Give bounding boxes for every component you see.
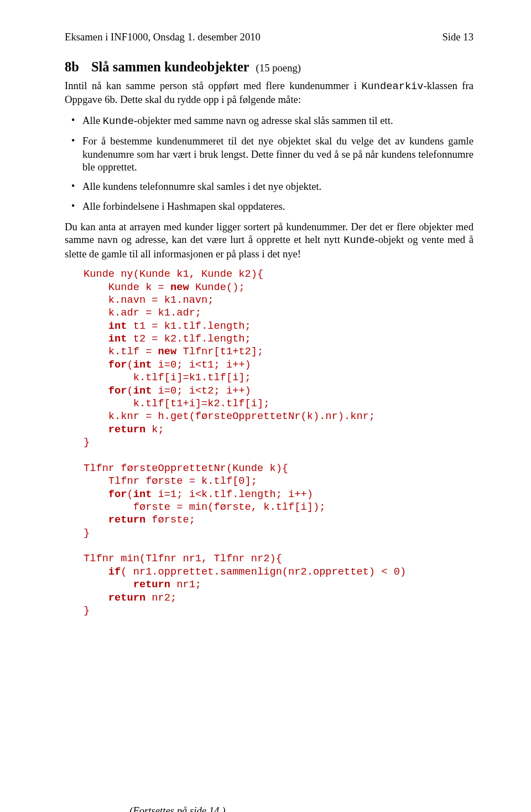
list-item: Alle Kunde-objekter med samme navn og ad…: [65, 114, 473, 128]
code-line: t2 = k2.tlf.length;: [127, 333, 251, 345]
intro-mono-b: Kundearkiv: [361, 80, 423, 92]
code-line: Tlfnr[t1+t2];: [176, 345, 263, 358]
code-line: første;: [145, 514, 195, 526]
code-line: Kunde();: [189, 281, 245, 293]
code-kw: return: [108, 423, 145, 436]
code-kw: return: [133, 578, 170, 591]
code-line: [84, 514, 108, 526]
code-kw: for: [108, 359, 127, 371]
section-title: Slå sammen kundeobjekter: [91, 59, 249, 74]
code-kw: return: [108, 514, 145, 526]
list-item: Alle forbindelsene i Hashmapen skal oppd…: [65, 200, 473, 213]
intro-paragraph: Inntil nå kan samme person stå oppført m…: [65, 79, 473, 106]
code-kw: return: [108, 592, 145, 604]
code-line: k.knr = h.get(førsteOpprettetNr(k).nr).k…: [84, 410, 375, 422]
code-kw: for: [108, 488, 127, 500]
code-line: }: [84, 436, 90, 448]
code-line: [84, 333, 108, 345]
code-line: }: [84, 527, 90, 539]
code-kw: new: [158, 345, 177, 358]
header-left: Eksamen i INF1000, Onsdag 1. desember 20…: [65, 30, 261, 43]
code-line: [84, 566, 108, 578]
code-line: første = min(første, k.tlf[i]);: [84, 501, 325, 513]
code-line: i=0; i<t1; i++): [152, 359, 251, 371]
code-line: [84, 423, 108, 436]
code-block: Kunde ny(Kunde k1, Kunde k2){ Kunde k = …: [84, 268, 473, 617]
list-item: For å bestemme kundenummeret til det nye…: [65, 135, 473, 173]
code-line: k.navn = k1.navn;: [84, 294, 214, 306]
code-line: k.tlf[i]=k1.tlf[i];: [84, 371, 251, 384]
code-line: k;: [145, 423, 164, 436]
code-kw: int: [133, 488, 152, 500]
intro-text-a: Inntil nå kan samme person stå oppført m…: [65, 80, 361, 91]
code-line: [84, 385, 108, 397]
code-line: t1 = k1.tlf.length;: [127, 320, 251, 332]
code-kw: int: [108, 320, 127, 332]
code-line: }: [84, 604, 90, 617]
header-right: Side 13: [442, 30, 473, 43]
list-item: Alle kundens telefonnumre skal samles i …: [65, 180, 473, 193]
code-line: nr2;: [145, 592, 176, 604]
bullet-list: Alle Kunde-objekter med samme navn og ad…: [65, 114, 473, 213]
bullet1-b: Kunde: [103, 115, 134, 127]
code-kw: int: [108, 333, 127, 345]
code-line: Tlfnr første = k.tlf[0];: [84, 475, 257, 487]
code-line: [84, 320, 108, 332]
code-line: Tlfnr førsteOpprettetNr(Kunde k){: [84, 462, 288, 474]
section-number: 8b: [65, 59, 79, 74]
code-line: i=0; i<t2; i++): [152, 385, 251, 397]
section-heading: 8bSlå sammen kundeobjekter (15 poeng): [65, 59, 473, 76]
after-paragraph: Du kan anta at arrayen med kunder ligger…: [65, 220, 473, 260]
page-header: Eksamen i INF1000, Onsdag 1. desember 20…: [65, 30, 473, 43]
bullet1-c: -objekter med samme navn og adresse skal…: [134, 115, 393, 126]
code-kw: if: [108, 566, 121, 578]
code-line: Kunde ny(Kunde k1, Kunde k2){: [84, 268, 263, 280]
code-line: k.tlf =: [84, 345, 158, 358]
code-line: [84, 488, 108, 500]
code-line: (: [127, 488, 133, 500]
code-line: [84, 578, 133, 591]
code-line: k.adr = k1.adr;: [84, 307, 201, 319]
code-kw: int: [133, 359, 152, 371]
code-kw: new: [170, 281, 189, 293]
code-line: i=1; i<k.tlf.length; i++): [152, 488, 313, 500]
code-line: [84, 359, 108, 371]
code-line: Kunde k =: [84, 281, 170, 293]
section-points: (15 poeng): [256, 62, 301, 74]
bullet1-a: Alle: [82, 115, 103, 126]
code-line: (: [127, 359, 133, 371]
code-line: (: [127, 385, 133, 397]
code-kw: for: [108, 385, 127, 397]
code-line: ( nr1.opprettet.sammenlign(nr2.opprettet…: [121, 566, 406, 578]
code-line: Tlfnr min(Tlfnr nr1, Tlfnr nr2){: [84, 552, 282, 565]
code-line: k.tlf[t1+i]=k2.tlf[i];: [84, 397, 269, 410]
code-line: nr1;: [170, 578, 201, 591]
continue-note: (Fortsettes på side 14.): [129, 804, 225, 812]
code-kw: int: [133, 385, 152, 397]
after-mono-b: Kunde: [343, 234, 374, 246]
code-line: [84, 592, 108, 604]
